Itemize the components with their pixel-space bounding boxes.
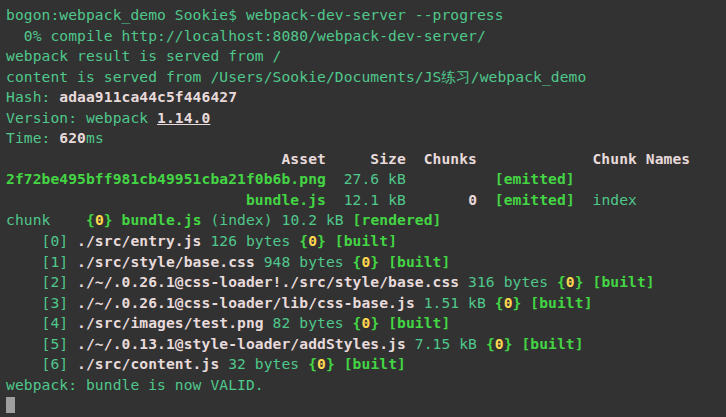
terminal-line: 0% compile http://localhost:8080/webpack… (6, 26, 726, 47)
terminal-text-segment: { (308, 355, 317, 372)
terminal-text-segment: } (504, 335, 513, 352)
terminal-text-segment: [6] (6, 355, 77, 372)
terminal-text-segment (406, 170, 495, 187)
terminal-text-segment: ./~/.0.13.1@style-loader/addStyles.js (77, 335, 406, 352)
terminal-text-segment: { (299, 232, 308, 249)
terminal-text-segment (406, 191, 468, 208)
terminal-text-segment: 0 (468, 191, 477, 208)
terminal-text-segment: 0 (317, 355, 326, 372)
terminal-text-segment: 0 (495, 335, 504, 352)
terminal-line: chunk {0} bundle.js (index) 10.2 kB [ren… (6, 210, 726, 231)
terminal-text-segment: [built] (335, 232, 397, 249)
terminal-text-segment: 32 bytes (219, 355, 308, 372)
terminal-text-segment: } (104, 211, 113, 228)
terminal-text-segment: 82 bytes (264, 314, 353, 331)
terminal-text-segment: [built] (530, 294, 592, 311)
terminal-text-segment: 126 bytes (202, 232, 300, 249)
terminal-text-segment: 7.15 kB (406, 335, 486, 352)
terminal-text-segment: [1] (6, 253, 77, 270)
terminal-line: webpack result is served from / (6, 46, 726, 67)
terminal-line: bogon:webpack_demo Sookie$ webpack-dev-s… (6, 5, 726, 26)
terminal-text-segment (575, 191, 593, 208)
terminal-text-segment: adaa911ca44c5f446427 (59, 88, 237, 105)
terminal-text-segment: { (486, 335, 495, 352)
terminal-text-segment: 0 (566, 273, 575, 290)
terminal-text-segment: 0 (95, 211, 104, 228)
terminal-text-segment: [emitted] (495, 170, 575, 187)
terminal-text-segment: Version: webpack (6, 109, 157, 126)
terminal-text-segment: [built] (388, 314, 450, 331)
terminal-line: content is served from /Users/Sookie/Doc… (6, 67, 726, 88)
terminal-text-segment: ./src/entry.js (77, 232, 201, 249)
terminal-text-segment: 12.1 kB (326, 191, 406, 208)
terminal-line: [1] ./src/style/base.css 948 bytes {0} [… (6, 252, 726, 273)
terminal-text-segment: } (317, 232, 326, 249)
terminal-text-segment: 2f72be495bff981cb49951cba21f0b6b.png (6, 170, 326, 187)
terminal-text-segment: [0] (6, 232, 77, 249)
terminal-text-segment: [built] (388, 253, 450, 270)
terminal-text-segment (6, 191, 246, 208)
terminal-text-segment: (index) 10.2 kB (202, 211, 353, 228)
terminal-text-segment: 0% compile http://localhost:8080/webpack… (6, 27, 486, 44)
terminal-text-segment: ./src/images/test.png (77, 314, 264, 331)
terminal-text-segment: ms (86, 129, 104, 146)
terminal-text-segment (335, 355, 344, 372)
terminal-text-segment (326, 232, 335, 249)
terminal-text-segment (584, 273, 593, 290)
terminal-text-segment: 0 (504, 294, 513, 311)
terminal-cursor (6, 397, 15, 413)
terminal-output[interactable]: bogon:webpack_demo Sookie$ webpack-dev-s… (0, 0, 726, 417)
terminal-text-segment: { (557, 273, 566, 290)
terminal-line: [2] ./~/.0.26.1@css-loader!./src/style/b… (6, 272, 726, 293)
terminal-text-segment: ./~/.0.26.1@css-loader/lib/css-base.js (77, 294, 415, 311)
terminal-text-segment: 948 bytes (255, 253, 353, 270)
terminal-line: bundle.js 12.1 kB 0 [emitted] index (6, 190, 726, 211)
terminal-line: Asset Size Chunks Chunk Names (6, 149, 726, 170)
terminal-text-segment: Asset Size Chunks Chunk Names (6, 150, 690, 167)
terminal-text-segment: 27.6 kB (326, 170, 406, 187)
terminal-text-segment: ./src/content.js (77, 355, 219, 372)
terminal-text-segment: bundle.js (122, 211, 202, 228)
terminal-line: Time: 620ms (6, 128, 726, 149)
terminal-text-segment: index (593, 191, 637, 208)
terminal-text-segment: [rendered] (353, 211, 442, 228)
terminal-text-segment: chunk (6, 211, 86, 228)
terminal-text-segment: } (326, 355, 335, 372)
terminal-text-segment: content is served from /Users/Sookie/Doc… (6, 68, 586, 85)
terminal-text-segment: } (575, 273, 584, 290)
terminal-text-segment: bundle.js (246, 191, 326, 208)
terminal-text-segment: 620 (59, 129, 86, 146)
terminal-text-segment: { (495, 294, 504, 311)
terminal-text-segment: [3] (6, 294, 77, 311)
terminal-text-segment: ./src/style/base.css (77, 253, 255, 270)
terminal-line (6, 395, 726, 416)
terminal-text-segment: [4] (6, 314, 77, 331)
terminal-line: [0] ./src/entry.js 126 bytes {0} [built] (6, 231, 726, 252)
terminal-text-segment: [built] (593, 273, 655, 290)
terminal-text-segment: [built] (344, 355, 406, 372)
terminal-line: [4] ./src/images/test.png 82 bytes {0} [… (6, 313, 726, 334)
terminal-line: webpack: bundle is now VALID. (6, 375, 726, 396)
terminal-line: [3] ./~/.0.26.1@css-loader/lib/css-base.… (6, 293, 726, 314)
terminal-text-segment (379, 314, 388, 331)
terminal-text-segment: } (370, 253, 379, 270)
terminal-line: [5] ./~/.0.13.1@style-loader/addStyles.j… (6, 334, 726, 355)
terminal-line: Hash: adaa911ca44c5f446427 (6, 87, 726, 108)
terminal-text-segment: } (370, 314, 379, 331)
terminal-text-segment: [5] (6, 335, 77, 352)
terminal-line: Version: webpack 1.14.0 (6, 108, 726, 129)
terminal-text-segment (113, 211, 122, 228)
terminal-text-segment: ./~/.0.26.1@css-loader!./src/style/base.… (77, 273, 459, 290)
terminal-text-segment: 1.14.0 (157, 109, 210, 126)
terminal-text-segment: webpack: bundle is now VALID. (6, 376, 264, 393)
terminal-text-segment: [2] (6, 273, 77, 290)
terminal-line: 2f72be495bff981cb49951cba21f0b6b.png 27.… (6, 169, 726, 190)
terminal-text-segment: webpack result is served from / (6, 47, 281, 64)
terminal-text-segment: { (86, 211, 95, 228)
terminal-line: [6] ./src/content.js 32 bytes {0} [built… (6, 354, 726, 375)
terminal-text-segment: Hash: (6, 88, 59, 105)
terminal-text-segment: bogon:webpack_demo Sookie$ webpack-dev-s… (6, 6, 504, 23)
terminal-text-segment: [built] (521, 335, 583, 352)
terminal-text-segment: [emitted] (495, 191, 575, 208)
terminal-text-segment: 316 bytes (459, 273, 557, 290)
